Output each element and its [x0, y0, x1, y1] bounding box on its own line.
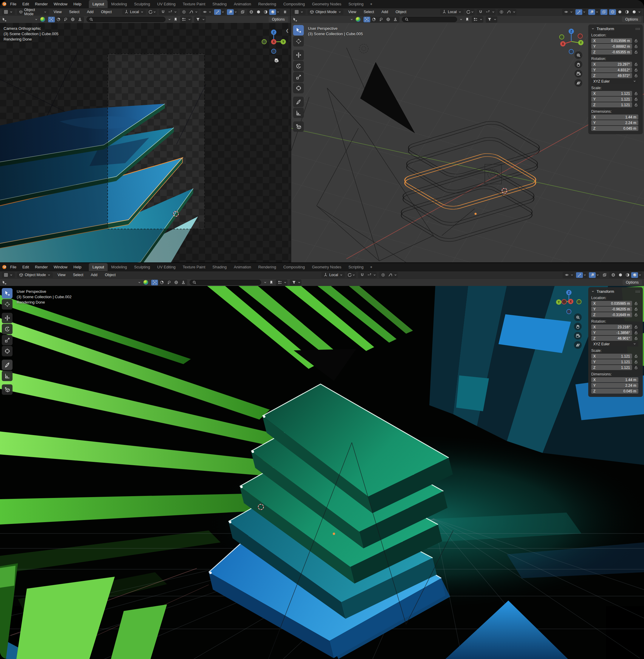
tool-scale[interactable]: [293, 72, 304, 82]
bookmark-icon[interactable]: [174, 17, 178, 21]
lock-open-icon[interactable]: [634, 354, 638, 358]
render-pause-button[interactable]: [281, 9, 288, 15]
menu-view[interactable]: View: [55, 272, 68, 278]
visibility-dropdown[interactable]: [563, 272, 570, 278]
lock-open-icon[interactable]: [634, 92, 638, 95]
filter-shading-icon[interactable]: [55, 17, 62, 22]
scale-z-field[interactable]: Z1.121: [591, 365, 632, 370]
gizmos-toggle[interactable]: [575, 9, 582, 15]
filter-brush-icon[interactable]: [392, 17, 399, 22]
tab-compositing[interactable]: Compositing: [280, 0, 308, 8]
tool-measure[interactable]: [2, 371, 13, 381]
filter-world-icon[interactable]: [69, 17, 76, 22]
display-mode-icon[interactable]: [181, 17, 187, 22]
shading-rendered-button[interactable]: [269, 9, 276, 15]
camera-scene[interactable]: [0, 23, 291, 263]
axis-y-neg-ball[interactable]: [577, 300, 581, 304]
lock-open-icon[interactable]: [634, 97, 638, 101]
pan-hand-button[interactable]: [274, 67, 282, 75]
viewport-rendered[interactable]: User Perspective (3) Scene Collection | …: [0, 286, 644, 659]
tab-scripting[interactable]: Scripting: [345, 263, 367, 271]
menu-object[interactable]: Object: [102, 272, 118, 278]
axis-y-neg-ball[interactable]: [262, 40, 267, 44]
proportional-edit-toggle[interactable]: [498, 9, 505, 15]
snap-target-dropdown[interactable]: [167, 9, 174, 15]
zoom-button[interactable]: [574, 313, 582, 321]
preview-sphere-icon[interactable]: [143, 280, 148, 285]
options-button[interactable]: Options: [623, 280, 642, 285]
menu-add[interactable]: Add: [84, 9, 96, 15]
pivot-dropdown[interactable]: [347, 272, 356, 278]
filter-funnel-icon[interactable]: [291, 280, 297, 286]
filter-funnel-icon[interactable]: [486, 17, 493, 22]
dimensions-z-field[interactable]: Z0.045 m: [591, 389, 638, 394]
menu-add[interactable]: Add: [379, 9, 391, 15]
lock-open-icon[interactable]: [634, 360, 638, 364]
lock-open-icon[interactable]: [634, 313, 638, 317]
orientation-dropdown[interactable]: Local: [122, 9, 146, 15]
tab-sculpting[interactable]: Sculpting: [131, 0, 154, 8]
tab-layout[interactable]: Layout: [89, 0, 108, 8]
filter-paint-icon[interactable]: [165, 280, 172, 286]
grip-dots-icon[interactable]: [635, 27, 640, 30]
shading-material-button[interactable]: [624, 272, 631, 278]
shading-material-button[interactable]: [262, 9, 269, 15]
menu-help[interactable]: Help: [71, 1, 84, 7]
tool-measure[interactable]: [293, 108, 304, 118]
menu-window[interactable]: Window: [51, 1, 70, 7]
menu-object[interactable]: Object: [393, 9, 409, 15]
options-button[interactable]: Options: [269, 17, 288, 22]
grip-dots-icon[interactable]: [635, 290, 640, 293]
xray-toggle[interactable]: [601, 272, 608, 278]
axis-z-neg-ball[interactable]: [272, 49, 276, 54]
pan-hand-button[interactable]: [574, 323, 582, 331]
shading-solid-button[interactable]: [617, 272, 624, 278]
visibility-dropdown[interactable]: [562, 9, 570, 15]
menu-view[interactable]: View: [51, 9, 64, 15]
location-x-field[interactable]: X0.013596 m: [591, 38, 632, 43]
tab-uv-editing[interactable]: UV Editing: [154, 263, 179, 271]
menu-window[interactable]: Window: [51, 264, 70, 270]
active-tool-select-icon[interactable]: [2, 17, 6, 22]
shading-wireframe-button[interactable]: [248, 9, 255, 15]
dimensions-y-field[interactable]: Y2.24 m: [591, 120, 638, 125]
panel-collapse-chevron[interactable]: [591, 290, 595, 293]
lock-open-icon[interactable]: [634, 68, 638, 72]
zoom-button[interactable]: [575, 51, 582, 59]
falloff-dropdown[interactable]: [387, 272, 394, 278]
camera-view-button[interactable]: [575, 70, 582, 77]
scale-y-field[interactable]: Y1.121: [591, 97, 632, 102]
shading-rendered-button[interactable]: [631, 272, 638, 278]
shading-solid-button[interactable]: [616, 9, 623, 15]
tab-uv-editing[interactable]: UV Editing: [154, 0, 179, 8]
tab-compositing[interactable]: Compositing: [280, 263, 308, 271]
filter-brush-icon[interactable]: [180, 280, 187, 286]
orientation-dropdown[interactable]: Local: [321, 272, 345, 278]
pan-hand-button[interactable]: [575, 61, 582, 68]
falloff-dropdown[interactable]: [505, 9, 512, 15]
options-button[interactable]: Options: [622, 17, 641, 22]
gizmos-toggle[interactable]: [214, 9, 221, 15]
axis-y-neg-ball[interactable]: [560, 35, 564, 39]
axis-z-neg-ball[interactable]: [569, 49, 574, 54]
lock-open-icon[interactable]: [634, 103, 638, 107]
location-z-field[interactable]: Z-0.65355 m: [591, 49, 632, 54]
display-mode-icon[interactable]: [472, 17, 479, 22]
menu-add[interactable]: Add: [88, 272, 100, 278]
tool-select-box[interactable]: [293, 25, 304, 36]
rotation-x-field[interactable]: X23.297°: [591, 62, 632, 67]
proportional-edit-toggle[interactable]: [380, 272, 386, 278]
tool-annotate[interactable]: [293, 97, 304, 107]
shading-rendered-button[interactable]: [630, 9, 638, 15]
menu-select[interactable]: Select: [67, 9, 82, 15]
tab-layout[interactable]: Layout: [89, 263, 108, 271]
scale-x-field[interactable]: X1.121: [591, 91, 632, 96]
tab-modeling[interactable]: Modeling: [108, 263, 131, 271]
lock-open-icon[interactable]: [634, 336, 638, 340]
snap-toggle[interactable]: [477, 9, 484, 15]
menu-render[interactable]: Render: [32, 1, 50, 7]
rotation-z-field[interactable]: Z49.572°: [591, 73, 632, 78]
tab-rendering[interactable]: Rendering: [255, 263, 280, 271]
xray-toggle[interactable]: [239, 9, 246, 15]
shading-wireframe-button[interactable]: [610, 272, 617, 278]
